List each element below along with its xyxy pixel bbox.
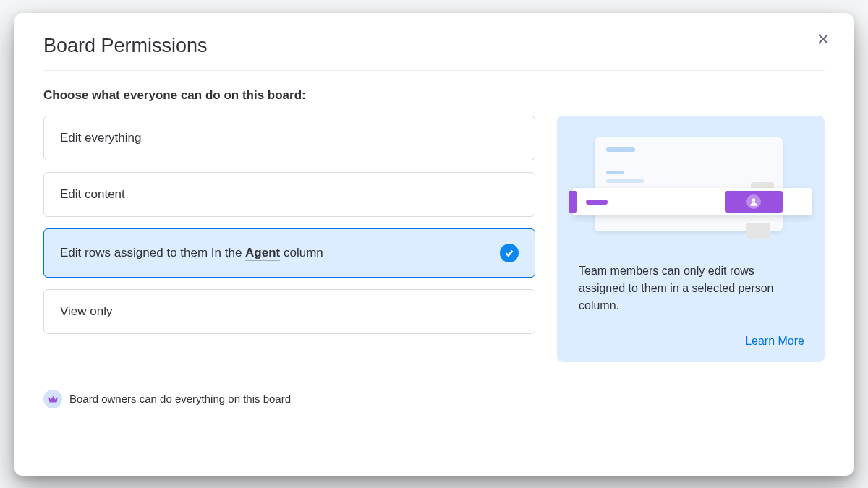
svg-point-2 <box>752 198 756 202</box>
option-label: View only <box>60 304 112 319</box>
close-icon <box>817 33 829 45</box>
close-button[interactable] <box>813 29 833 49</box>
option-edit-rows-assigned[interactable]: Edit rows assigned to them In the Agent … <box>43 228 535 278</box>
selected-check-icon <box>500 244 519 262</box>
info-description: Team members can only edit rows assigned… <box>573 262 809 314</box>
divider <box>43 70 825 71</box>
footer-note: Board owners can do everything on this b… <box>43 390 825 408</box>
option-edit-everything[interactable]: Edit everything <box>43 116 535 160</box>
section-subtitle: Choose what everyone can do on this boar… <box>43 88 825 103</box>
person-icon <box>746 194 761 209</box>
option-view-only[interactable]: View only <box>43 289 535 334</box>
modal-title: Board Permissions <box>43 35 825 57</box>
info-card: Team members can only edit rows assigned… <box>557 116 825 362</box>
footer-note-text: Board owners can do everything on this b… <box>69 393 291 405</box>
option-text-prefix: Edit rows assigned to them In the <box>60 246 245 260</box>
content-row: Edit everything Edit content Edit rows a… <box>43 116 825 362</box>
learn-more-link[interactable]: Learn More <box>745 335 809 348</box>
permission-options: Edit everything Edit content Edit rows a… <box>43 116 535 334</box>
option-label: Edit content <box>60 187 125 202</box>
option-label: Edit everything <box>60 131 141 145</box>
option-text-suffix: column <box>280 246 323 260</box>
board-permissions-modal: Board Permissions Choose what everyone c… <box>14 13 854 476</box>
crown-icon <box>43 390 62 408</box>
permission-illustration <box>573 130 809 249</box>
selected-column-name[interactable]: Agent <box>245 246 280 261</box>
option-label: Edit rows assigned to them In the Agent … <box>60 246 323 260</box>
option-edit-content[interactable]: Edit content <box>43 172 535 217</box>
